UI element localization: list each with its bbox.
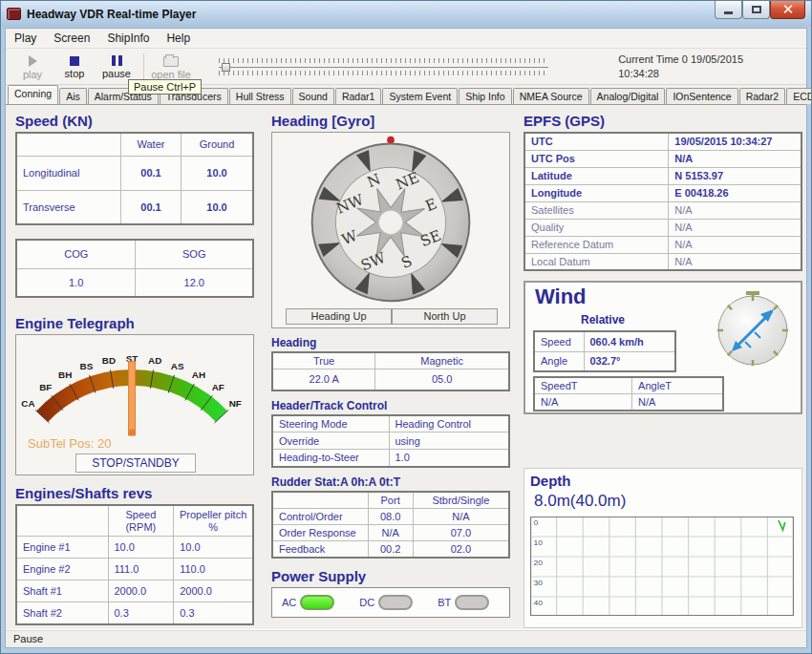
epfs-title: EPFS (GPS): [524, 113, 802, 129]
menu-item-screen[interactable]: Screen: [45, 30, 98, 47]
menu-item-help[interactable]: Help: [158, 30, 199, 47]
heading-title: Heading: [271, 336, 510, 349]
tab-conning[interactable]: Conning: [8, 85, 58, 104]
app-window: Headway VDR Real-time Player Play Screen…: [0, 0, 812, 654]
maximize-button[interactable]: [742, 1, 770, 19]
power-dc-label: DC: [359, 597, 374, 608]
toolbar-separator: [143, 53, 144, 80]
play-label: play: [23, 69, 42, 80]
table-row: Overrideusing: [272, 432, 509, 450]
menu-item-play[interactable]: Play: [6, 30, 45, 47]
tab-ecdis1[interactable]: ECDIS1: [786, 88, 812, 104]
wind-panel: Wind Relative Speed060.4 km/h Angle032.7…: [524, 281, 802, 414]
svg-text:30: 30: [533, 580, 543, 587]
tab-radar2[interactable]: Radar2: [739, 88, 785, 104]
svg-text:20: 20: [533, 559, 543, 567]
table-row: LongitudeE 00418.26: [524, 184, 801, 201]
rudder-col-port: Port: [368, 492, 413, 509]
svg-text:NF: NF: [229, 398, 242, 409]
tab-hull-stress[interactable]: Hull Stress: [229, 88, 291, 104]
right-column: EPFS (GPS) UTC19/05/2015 10:34:27 UTC Po…: [524, 109, 802, 628]
tab-radar1[interactable]: Radar1: [335, 88, 381, 104]
minimize-button[interactable]: [715, 1, 742, 19]
table-row: N/AN/A: [534, 394, 723, 411]
sog-label: SOG: [136, 240, 253, 268]
epfs-table: UTC19/05/2015 10:34:27 UTC PosN/A Latitu…: [524, 132, 802, 271]
slider-groove[interactable]: [219, 63, 548, 71]
current-time-clock: 10:34:28: [618, 67, 743, 80]
current-time-date: Current Time 0 19/05/2015: [618, 53, 743, 66]
titlebar: Headway VDR Real-time Player: [1, 1, 811, 27]
svg-text:BD: BD: [102, 355, 116, 366]
tab-ais[interactable]: Ais: [59, 88, 87, 104]
play-button[interactable]: play: [11, 53, 53, 80]
playback-slider[interactable]: [219, 58, 548, 75]
left-column: Speed (KN) Water Ground Longitudinal 00.…: [15, 109, 254, 625]
tab-ship-info[interactable]: Ship Info: [459, 88, 511, 104]
rudder-title: Rudder Stat:A 0h:A 0t:T: [271, 475, 510, 489]
power-bt-indicator: [455, 595, 489, 610]
svg-text:CA: CA: [21, 398, 34, 409]
svg-text:AS: AS: [171, 361, 184, 371]
table-row: Shaft #12000.02000.0: [16, 580, 253, 602]
stop-standby-button[interactable]: STOP/STANDBY: [75, 454, 196, 473]
open-file-button[interactable]: open file: [150, 53, 192, 80]
table-row: UTC PosN/A: [524, 150, 801, 167]
sog-value: 12.0: [136, 268, 253, 297]
heading-col-magnetic: Magnetic: [375, 352, 509, 369]
power-bt-group: BT: [438, 595, 489, 610]
table-row: Heading-to-Steer1.0: [272, 450, 509, 467]
power-supply-panel: AC DC BT: [271, 587, 510, 618]
menu-item-shipinfo[interactable]: ShipInfo: [98, 30, 158, 47]
tab-sound[interactable]: Sound: [292, 88, 334, 104]
close-button[interactable]: [770, 1, 805, 19]
power-dc-group: DC: [359, 595, 413, 610]
wind-relative-table: Speed060.4 km/h Angle032.7°: [533, 330, 676, 372]
table-row: Engine #110.010.0: [16, 537, 253, 559]
power-dc-indicator: [378, 595, 413, 610]
open-file-icon: [163, 56, 179, 67]
table-row: Longitudinal 00.1 10.0: [16, 156, 253, 190]
pause-label: pause: [102, 68, 131, 79]
window-title: Headway VDR Real-time Player: [27, 8, 196, 21]
table-row: Feedback00.202.0: [272, 540, 509, 558]
cog-sog-table: COG SOG 1.0 12.0: [15, 239, 254, 298]
table-row: Order ResponseN/A07.0: [272, 524, 509, 540]
stop-icon: [70, 56, 79, 66]
svg-text:BS: BS: [80, 361, 94, 371]
north-up-button[interactable]: North Up: [392, 308, 498, 325]
heading-up-button[interactable]: Heading Up: [286, 308, 392, 325]
heading-table: True Magnetic 22.0 A 05.0: [271, 351, 510, 391]
table-row: LatitudeN 5153.97: [524, 167, 801, 184]
stop-button[interactable]: stop: [53, 54, 96, 79]
heading-true-value: 22.0 A: [272, 369, 375, 390]
pause-tooltip: Pause Ctrl+P: [128, 79, 202, 95]
track-control-title: Header/Track Control: [271, 399, 510, 412]
pause-icon: [112, 55, 122, 66]
svg-text:BH: BH: [58, 369, 72, 380]
minimize-icon: [724, 11, 733, 14]
depth-grid: 0 10 20 30 40: [530, 517, 794, 616]
engines-table: Speed (RPM) Propeller pitch % Engine #11…: [15, 504, 254, 625]
engines-col-pitch: Propeller pitch %: [174, 505, 253, 537]
table-row: Engine #2111.0110.0: [16, 559, 253, 580]
table-row: Reference DatumN/A: [524, 236, 801, 253]
table-row: Speed060.4 km/h: [534, 331, 675, 351]
rudder-table: Port Stbrd/Single Control/Order08.0N/A O…: [271, 491, 510, 559]
tab-system-event[interactable]: System Event: [382, 88, 458, 104]
gyro-title: Heading [Gyro]: [271, 113, 510, 129]
track-control-table: Steering ModeHeading Control Overrideusi…: [271, 414, 510, 468]
pause-button[interactable]: pause: [96, 53, 138, 79]
table-row: Control/Order08.0N/A: [272, 508, 509, 524]
tab-nmea-source[interactable]: NMEA Source: [513, 88, 589, 104]
table-row: UTC19/05/2015 10:34:27: [524, 133, 801, 150]
speed-table: Water Ground Longitudinal 00.1 10.0 Tran…: [15, 132, 254, 225]
slider-thumb[interactable]: [222, 63, 230, 72]
window-controls: [715, 1, 805, 19]
tab-ionsentence[interactable]: IOnSentence: [666, 88, 737, 104]
table-row: Shaft #20.30.3: [16, 602, 253, 624]
table-row: SatellitesN/A: [524, 201, 801, 219]
cog-label: COG: [16, 240, 136, 268]
tab-analog-digital[interactable]: Analog/Digital: [590, 88, 666, 104]
status-text: Pause: [13, 633, 43, 644]
